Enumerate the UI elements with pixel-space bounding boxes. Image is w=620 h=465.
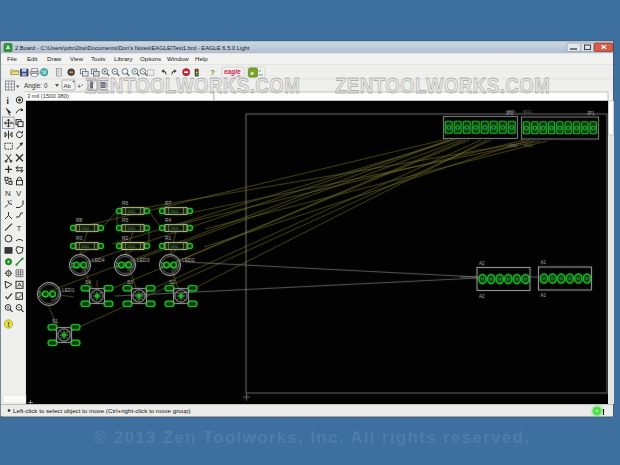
svg-text:ZENTOOLWORKS.COM: ZENTOOLWORKS.COM xyxy=(335,73,550,97)
svg-text:!: ! xyxy=(602,407,605,417)
svg-text:Ab: Ab xyxy=(64,83,72,89)
svg-text:© 2013 Zen Toolworks, Inc. All: © 2013 Zen Toolworks, Inc. All rights re… xyxy=(94,428,530,447)
svg-text:Tools: Tools xyxy=(91,55,105,62)
svg-text:Angle:: Angle: xyxy=(24,82,42,90)
svg-text:Library: Library xyxy=(114,55,134,62)
svg-text:i: i xyxy=(7,96,9,106)
svg-text:T: T xyxy=(17,224,22,233)
svg-text:Window: Window xyxy=(167,55,189,62)
svg-text:0: 0 xyxy=(44,82,48,89)
svg-text:Options: Options xyxy=(140,55,161,62)
svg-text:ZENTOOLWORKS.COM: ZENTOOLWORKS.COM xyxy=(85,73,300,97)
svg-text:3 mil (1500 380): 3 mil (1500 380) xyxy=(27,93,69,99)
svg-text:!: ! xyxy=(7,321,9,328)
svg-text:Left-click to select object to: Left-click to select object to move (Ctr… xyxy=(13,407,191,414)
svg-text:Help: Help xyxy=(195,55,208,62)
svg-text:V: V xyxy=(16,189,22,198)
svg-text:Draw: Draw xyxy=(47,55,62,62)
svg-text:Edit: Edit xyxy=(27,55,38,62)
svg-text:File: File xyxy=(7,55,17,62)
svg-text:View: View xyxy=(70,55,84,62)
svg-text:N: N xyxy=(5,189,11,198)
svg-text:+′: +′ xyxy=(77,82,83,91)
svg-text:2 Board - C:\Users\john2itw\Do: 2 Board - C:\Users\john2itw\Documents\Do… xyxy=(15,45,250,51)
